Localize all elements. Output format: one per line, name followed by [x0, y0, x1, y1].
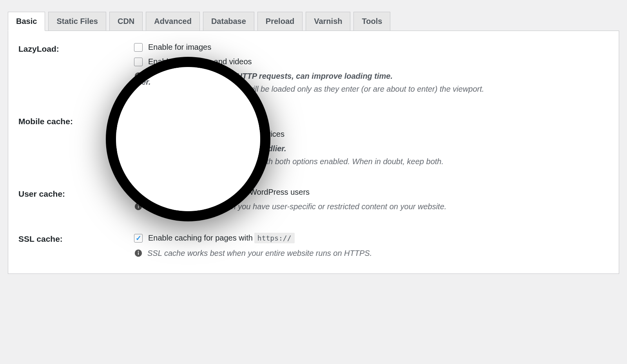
tab-static-files[interactable]: Static Files — [48, 12, 106, 31]
https-badge: https:// — [254, 233, 295, 243]
mobile-cache-enable-option[interactable]: Enable caching for mobile devices — [134, 115, 609, 124]
svg-rect-14 — [138, 161, 139, 163]
tab-basic[interactable]: Basic — [8, 12, 45, 31]
tab-database[interactable]: Database — [203, 12, 254, 31]
lazyload-images-option[interactable]: Enable for images — [134, 43, 609, 52]
mobile-cache-label: Mobile cache: — [18, 115, 134, 126]
info-icon — [134, 202, 143, 211]
tab-varnish[interactable]: Varnish — [306, 12, 350, 31]
svg-rect-20 — [138, 252, 139, 255]
svg-point-1 — [136, 75, 137, 76]
svg-rect-17 — [138, 206, 139, 208]
svg-point-4 — [140, 75, 140, 76]
user-cache-label: User cache: — [18, 188, 134, 199]
ssl-cache-label: SSL cache: — [18, 233, 134, 244]
tab-advanced[interactable]: Advanced — [146, 12, 200, 31]
mobile-cache-separate-text: Separate cache files for mobile devices — [148, 130, 285, 139]
row-ssl-cache: SSL cache: Enable caching for pages with… — [18, 233, 609, 258]
svg-point-2 — [137, 74, 138, 74]
svg-rect-6 — [138, 88, 139, 91]
mobile-cache-separate-option[interactable]: Separate cache files for mobile devices — [134, 130, 609, 139]
lazyload-images-text: Enable for images — [148, 43, 211, 52]
svg-point-7 — [138, 87, 139, 88]
info-icon — [134, 157, 143, 166]
row-mobile-cache: Mobile cache: Enable caching for mobile … — [18, 115, 609, 166]
lazyload-iframes-text: Enable for iframes and videos — [148, 57, 252, 66]
lazyload-iframes-option[interactable]: Enable for iframes and videos — [134, 57, 609, 66]
svg-point-18 — [138, 204, 139, 205]
mobile-cache-enable-text: Enable caching for mobile devices — [148, 115, 267, 124]
tab-preload[interactable]: Preload — [257, 12, 303, 31]
dashboard-icon — [134, 72, 143, 80]
svg-point-11 — [139, 146, 140, 147]
checkbox-lazyload-images[interactable] — [134, 43, 143, 52]
tab-cdn[interactable]: CDN — [109, 12, 143, 31]
svg-point-21 — [138, 251, 139, 252]
svg-point-10 — [137, 146, 138, 147]
info-icon — [134, 249, 143, 257]
user-info-note: User cache is great when you have user-s… — [134, 202, 609, 211]
user-cache-enable-option[interactable]: Enable caching for logged-in WordPress u… — [134, 188, 609, 197]
svg-point-3 — [139, 74, 140, 74]
svg-point-12 — [140, 147, 140, 148]
checkbox-ssl-enable[interactable] — [134, 234, 143, 243]
tab-row: Basic Static Files CDN Advanced Database… — [8, 12, 619, 31]
lazyload-perf-note: Reduces the number of HTTP requests, can… — [134, 72, 609, 81]
ssl-cache-enable-option[interactable]: Enable caching for pages with https:// — [134, 233, 609, 243]
user-cache-enable-text: Enable caching for logged-in WordPress u… — [148, 188, 310, 197]
dashboard-icon — [134, 144, 143, 153]
tab-tools[interactable]: Tools — [353, 12, 390, 31]
mobile-info-note: Most modern themes work best with both o… — [134, 157, 609, 166]
checkbox-lazyload-iframes[interactable] — [134, 58, 143, 66]
settings-panel: LazyLoad: Enable for images Enable for i… — [8, 31, 619, 274]
svg-point-9 — [136, 147, 137, 148]
row-lazyload: LazyLoad: Enable for images Enable for i… — [18, 43, 609, 94]
lazyload-label: LazyLoad: — [18, 43, 134, 54]
info-icon — [134, 85, 143, 93]
checkbox-mobile-enable[interactable] — [134, 116, 143, 124]
ssl-cache-enable-text: Enable caching for pages with — [148, 234, 253, 243]
checkbox-mobile-separate[interactable] — [134, 130, 143, 139]
row-user-cache: User cache: Enable caching for logged-in… — [18, 188, 609, 211]
checkbox-user-enable[interactable] — [134, 188, 143, 197]
mobile-perf-note: Makes your website mobile friendlier. — [134, 144, 609, 153]
lazyload-info-note: Images, iframes, and videos will be load… — [134, 85, 609, 94]
svg-point-15 — [138, 159, 139, 160]
ssl-info-note: SSL cache works best when your entire we… — [134, 249, 609, 258]
